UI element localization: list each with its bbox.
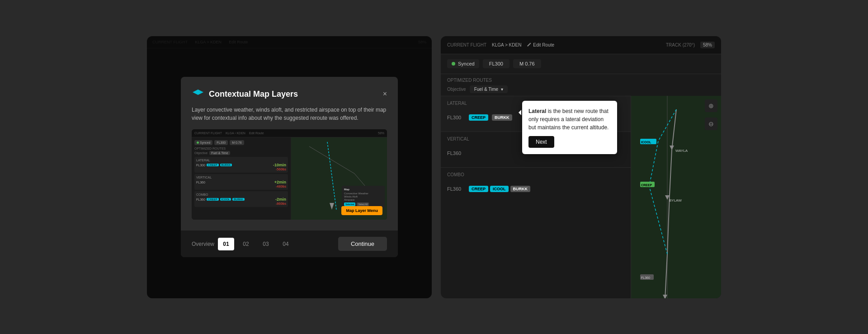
modal-body: Contextual Map Layers × Layer convective… [181, 77, 398, 231]
combo-fl: FL360 [447, 186, 465, 192]
nav-btn-top[interactable]: ⊕ [705, 99, 717, 112]
optimized-routes-section: OPTIMIZED ROUTES Objective Fuel & Time ▾ [441, 74, 721, 96]
mini-synced-row: Synced FL300 M 0.76 [194, 140, 288, 145]
mini-map-panel: Map Convective Weather Winds Aloft Airsp… [342, 186, 385, 208]
right-panel-header: CURRENT FLIGHT KLGA > KDEN Edit Route TR… [441, 36, 721, 54]
svg-text:FL360: FL360 [641, 276, 650, 279]
modal-screenshot: CURRENT FLIGHT KLGA › KDEN Edit Route 58… [192, 129, 387, 220]
edit-icon [527, 42, 531, 47]
edit-route-label: Edit Route [533, 42, 554, 47]
synced-dot [452, 62, 455, 66]
objective-value: Fuel & Time [474, 87, 498, 92]
modal-close-button[interactable]: × [383, 90, 387, 98]
step-4-button[interactable]: 04 [278, 238, 294, 250]
tooltip-bold: Lateral [528, 108, 546, 114]
step-2-button[interactable]: 02 [238, 238, 254, 250]
mini-content: Synced FL300 M 0.76 OPTIMIZED R [192, 137, 387, 220]
objective-select[interactable]: Fuel & Time ▾ [470, 85, 508, 93]
svg-text:ZATON: ZATON [666, 298, 679, 298]
step-overview: Overview [192, 241, 214, 247]
mini-lateral-card: LATERAL FL300 CREEP BURKK -10min -560lbs [194, 157, 288, 173]
tooltip-body: Lateral is the best new route that only … [528, 107, 611, 132]
mini-mach-badge: M 0.76 [230, 140, 244, 145]
mini-app: CURRENT FLIGHT KLGA › KDEN Edit Route 58… [192, 129, 387, 220]
track-label: TRACK (270°) [666, 42, 695, 47]
right-status-row: Synced FL300 M 0.76 [441, 54, 721, 74]
lateral-tooltip: Lateral is the best new route that only … [522, 101, 617, 154]
svg-marker-0 [193, 89, 203, 95]
step-1-button[interactable]: 01 [218, 238, 234, 250]
mini-synced-badge: Synced [194, 140, 212, 145]
svg-marker-7 [670, 146, 674, 150]
objective-row: Objective Fuel & Time ▾ [447, 85, 715, 93]
mini-fl-badge: FL300 [214, 140, 228, 145]
chevron-down-icon: ▾ [501, 87, 503, 92]
svg-text:BYLAW: BYLAW [669, 198, 682, 202]
mini-combo-card: COMBO FL360 CREEP ICOOL BURKK -2min -860… [194, 191, 288, 207]
svg-marker-1 [193, 95, 203, 98]
synced-label: Synced [458, 61, 475, 66]
fl-badge: FL300 [483, 59, 509, 68]
nav-btn-bottom[interactable]: ⊖ [705, 118, 717, 130]
synced-badge: Synced [447, 59, 479, 68]
svg-marker-5 [330, 203, 334, 210]
map-layer-menu-button[interactable]: Map Layer Menu [341, 206, 382, 215]
percent-badge: 58% [700, 42, 715, 48]
mini-optimized-title: OPTIMIZED ROUTES [194, 147, 288, 150]
mini-objective: Objective Fuel & Time [194, 151, 288, 155]
mach-badge: M 0.76 [513, 59, 541, 68]
combo-tags: CREEP ICOOL BURKK [469, 186, 530, 192]
combo-tag-icool: ICOOL [490, 186, 509, 192]
step-3-button[interactable]: 03 [258, 238, 274, 250]
combo-tag-creep: CREEP [469, 186, 488, 192]
right-map: ⊕ ⊖ WAYLA BYLAW ZATON ICOOL [631, 96, 721, 298]
optimized-routes-label: OPTIMIZED ROUTES [447, 78, 715, 83]
tooltip-next-button[interactable]: Next [528, 136, 554, 148]
routes-list: LATERAL FL300 CREEP BURKK -10 min -560 l… [441, 96, 721, 298]
right-panel: CURRENT FLIGHT KLGA > KDEN Edit Route TR… [441, 36, 721, 298]
modal-description: Layer convective weather, winds aloft, a… [192, 106, 387, 122]
left-panel: CURRENT FLIGHT KLGA > KDEN Edit Route 58… [147, 36, 432, 298]
modal-footer: Overview 01 02 03 04 Continue [181, 231, 398, 257]
modal-title-row: Contextual Map Layers × [192, 88, 387, 100]
svg-line-4 [327, 142, 336, 210]
mini-vertical-card: VERTICAL FL360 +2min -480lbs [194, 174, 288, 190]
mini-header: CURRENT FLIGHT KLGA › KDEN Edit Route 58… [192, 129, 387, 137]
svg-text:CREEP: CREEP [641, 183, 652, 187]
contextual-map-layers-modal: Contextual Map Layers × Layer convective… [181, 77, 398, 257]
right-current-flight-label: CURRENT FLIGHT [447, 42, 486, 47]
mini-map: Map Convective Weather Winds Aloft Airsp… [291, 137, 387, 220]
combo-tag-burkk: BURKK [510, 186, 531, 192]
modal-steps: Overview 01 02 03 04 [192, 238, 294, 250]
lateral-tag-creep: CREEP [469, 114, 488, 121]
mini-left: Synced FL300 M 0.76 OPTIMIZED R [192, 137, 291, 220]
lateral-fl: FL300 [447, 115, 465, 120]
vertical-fl: FL360 [447, 151, 465, 156]
modal-title: Contextual Map Layers [209, 89, 298, 99]
right-edit-route-button[interactable]: Edit Route [527, 42, 554, 47]
svg-text:WAYLA: WAYLA [675, 149, 688, 153]
svg-text:ICOOL: ICOOL [641, 141, 651, 144]
continue-button[interactable]: Continue [338, 237, 387, 251]
lateral-tag-burkk: BURKK [492, 114, 512, 121]
objective-label: Objective [447, 87, 466, 92]
modal-overlay: Contextual Map Layers × Layer convective… [147, 36, 432, 298]
layers-icon [192, 88, 204, 100]
right-route: KLGA > KDEN [492, 42, 521, 47]
svg-line-2 [309, 146, 354, 174]
